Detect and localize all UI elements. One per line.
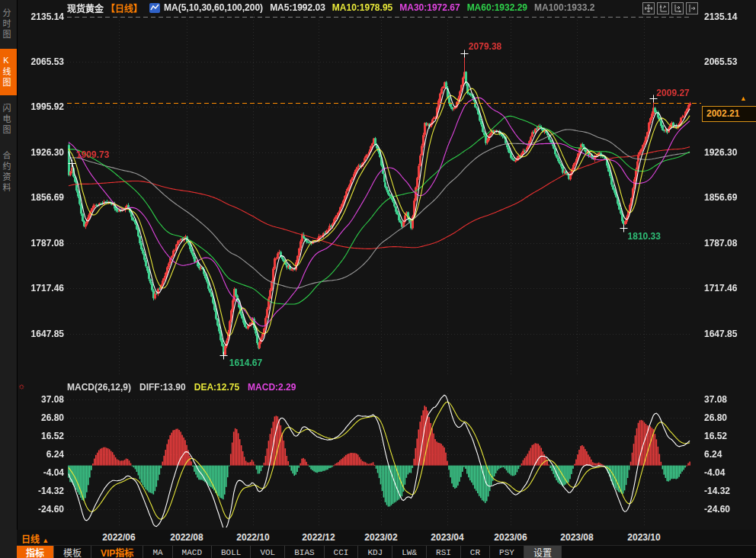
macd-y-tick-left-0: 37.08 — [18, 394, 64, 405]
price-annotation-1909-73: 1909.73 — [76, 149, 109, 160]
ma-value-ma100: MA100:1933.2 — [534, 2, 594, 13]
period-selector[interactable]: 日线 ▲ — [21, 532, 49, 545]
toolbar-item-indicator[interactable]: 指标 — [17, 546, 54, 558]
kline-chart-canvas[interactable] — [0, 0, 756, 558]
main-y-tick-right-4: 1787.08 — [704, 238, 751, 249]
crosshair-move-icon[interactable] — [642, 2, 655, 14]
main-y-tick-right-1: 2065.53 — [704, 56, 751, 67]
price-annotation-1810-33: 1810.33 — [628, 231, 661, 242]
sidebar-tab-contract-info[interactable]: 合约资料 — [0, 144, 17, 200]
toolbar-item-vip-indicator[interactable]: VIP指标 — [91, 546, 143, 558]
toolbar-item-template[interactable]: 模板 — [54, 546, 91, 558]
ma-values: MA5:1992.03MA10:1978.95MA30:1972.67MA60:… — [270, 2, 594, 13]
price-annotation-2079-38: 2079.38 — [469, 41, 501, 52]
toolbar-item-rsi[interactable]: RSI — [427, 546, 461, 558]
main-y-tick-left-7: 1647.85 — [18, 329, 64, 339]
period-tag: 【日线】 — [106, 2, 143, 14]
main-y-tick-left-3: 1926.30 — [18, 147, 64, 158]
x-axis-label-1: 2022/08 — [160, 532, 213, 543]
sun-marker-icon: ☼ — [18, 381, 25, 390]
macd-y-tick-right-6: -24.60 — [704, 504, 751, 515]
x-axis-label-3: 2022/12 — [292, 532, 345, 543]
macd-y-tick-right-3: 6.24 — [704, 449, 751, 460]
main-y-tick-right-6: 1647.85 — [704, 329, 751, 339]
main-y-tick-left-5: 1787.08 — [18, 238, 64, 249]
macd-y-tick-left-2: 16.52 — [18, 431, 64, 441]
ma-value-ma10: MA10:1978.95 — [332, 2, 392, 13]
macd-y-tick-left-6: -24.60 — [18, 504, 64, 515]
x-axis-label-6: 2023/06 — [484, 532, 537, 543]
toolbar-item-ma[interactable]: MA — [143, 546, 172, 558]
shift-right-icon[interactable] — [686, 2, 698, 14]
macd-y-tick-right-1: 26.80 — [704, 412, 751, 423]
left-sidebar: 分时图K线图闪电图合约资料 — [0, 0, 18, 558]
macd-y-tick-right-0: 37.08 — [704, 394, 751, 405]
sidebar-tab-kline[interactable]: K线图 — [0, 49, 17, 95]
current-price-value: 2002.21 — [706, 108, 739, 119]
macd-dea-value: DEA:12.75 — [194, 382, 239, 393]
indicator-toolbar: 指标模板VIP指标MAMACDBOLLVOLBIASCCIKDJLW&RSICR… — [17, 545, 756, 558]
macd-y-tick-left-1: 26.80 — [18, 412, 64, 423]
ma-value-ma30: MA30:1972.67 — [399, 2, 460, 13]
x-axis-label-5: 2023/04 — [421, 532, 474, 543]
x-axis-label-4: 2023/02 — [354, 532, 408, 543]
macd-y-tick-left-4: -4.04 — [18, 467, 64, 478]
header-toolbar — [642, 2, 698, 14]
toolbar-item-psy[interactable]: PSY — [490, 546, 524, 558]
ma-value-ma60: MA60:1932.29 — [467, 2, 527, 13]
current-price-box: 2002.21 — [702, 106, 756, 122]
toolbar-item-boll[interactable]: BOLL — [212, 546, 251, 558]
macd-y-tick-right-4: -4.04 — [704, 467, 751, 478]
main-y-tick-left-6: 1717.46 — [18, 283, 64, 293]
main-y-tick-right-5: 1717.46 — [704, 283, 751, 293]
ma-params-label: MA(5,10,30,60,100,200) — [164, 2, 263, 13]
line-chart-icon — [149, 3, 160, 13]
symbol-title: 现货黄金 — [67, 2, 104, 14]
macd-y-tick-left-5: -14.32 — [18, 486, 64, 496]
main-y-tick-left-0: 2135.14 — [18, 11, 64, 22]
main-y-tick-right-0: 2135.14 — [704, 11, 751, 22]
x-axis-label-7: 2023/08 — [550, 532, 604, 543]
price-up-arrow-icon: ▲ — [740, 95, 747, 102]
macd-macd-value: MACD:2.29 — [248, 382, 296, 393]
toolbar-item-settings[interactable]: 设置 — [524, 546, 562, 558]
main-y-tick-left-4: 1856.69 — [18, 192, 64, 203]
sidebar-tab-timeshare[interactable]: 分时图 — [0, 2, 17, 47]
macd-y-tick-right-5: -14.32 — [704, 486, 751, 496]
toolbar-item-bias[interactable]: BIAS — [285, 546, 324, 558]
macd-header: MACD(26,12,9) DIFF:13.90 DEA:12.75 MACD:… — [67, 382, 296, 393]
macd-diff-value: DIFF:13.90 — [139, 382, 186, 393]
axis-scale-left-icon[interactable] — [657, 2, 669, 14]
toolbar-item-kdj[interactable]: KDJ — [358, 546, 392, 558]
sidebar-tab-flash[interactable]: 闪电图 — [0, 97, 17, 143]
x-axis-label-8: 2023/10 — [617, 532, 671, 543]
main-y-tick-right-3: 1856.69 — [704, 192, 751, 203]
macd-y-tick-left-3: 6.24 — [18, 449, 64, 460]
main-y-tick-right-2: 1926.30 — [704, 147, 751, 158]
axis-scale-right-icon[interactable] — [671, 2, 684, 14]
x-axis-label-0: 2022/06 — [92, 532, 146, 543]
x-axis-label-2: 2022/10 — [226, 532, 280, 543]
macd-y-tick-right-2: 16.52 — [704, 431, 751, 441]
ma-value-ma5: MA5:1992.03 — [270, 2, 325, 13]
toolbar-item-lwr[interactable]: LW& — [392, 546, 427, 558]
main-y-tick-left-1: 2065.53 — [18, 56, 64, 67]
toolbar-item-macd[interactable]: MACD — [173, 546, 212, 558]
chart-header: 现货黄金 【日线】 MA(5,10,30,60,100,200) MA5:199… — [67, 2, 594, 14]
main-y-tick-left-2: 1995.92 — [18, 101, 64, 112]
app-window: 分时图K线图闪电图合约资料 现货黄金 【日线】 MA(5,10,30,60,10… — [0, 0, 756, 558]
triangle-up-icon: ▲ — [42, 537, 49, 544]
toolbar-item-vol[interactable]: VOL — [251, 546, 285, 558]
price-annotation-2009-27: 2009.27 — [656, 88, 689, 98]
price-annotation-1614-67: 1614.67 — [229, 358, 262, 368]
macd-params-label: MACD(26,12,9) — [67, 382, 131, 393]
toolbar-item-cr[interactable]: CR — [461, 546, 490, 558]
toolbar-item-cci[interactable]: CCI — [325, 546, 359, 558]
